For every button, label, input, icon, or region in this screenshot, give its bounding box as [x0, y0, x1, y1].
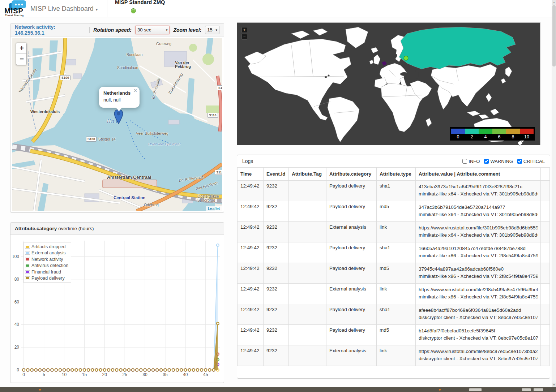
svg-text:20: 20: [102, 372, 107, 377]
svg-text:0: 0: [17, 367, 19, 372]
log-value: https://www.virustotal.com/file/301b905e…: [419, 224, 538, 232]
log-value-comment: b14d8faf7f0cbcfad051cefe5f39645fdiskcryp…: [416, 325, 541, 345]
map-label: Spadinalaan: [117, 66, 138, 70]
navbar: MISP Threat Sharing MISP Live Dashboard▾…: [0, 0, 556, 17]
header-divider: [89, 27, 90, 33]
map-label: Amsterdam Centraal: [107, 176, 151, 180]
log-category: Payload delivery: [326, 242, 377, 263]
world-map[interactable]: + − 0246810: [237, 22, 540, 145]
scale-labels: 0246810: [451, 134, 534, 140]
log-empty-cell: [541, 304, 550, 325]
log-value: https://www.virustotal.com/file/8ebc97e0…: [419, 348, 538, 355]
scrollbar-thumb[interactable]: [552, 5, 556, 66]
map-zoom-control: + −: [16, 43, 27, 65]
table-row: 12:49:429232External analysislinkhttps:/…: [238, 284, 550, 304]
log-type: md5: [377, 325, 416, 345]
map-label: Westerdoksluis: [30, 110, 60, 114]
log-value: 37945c44a897aa42a66adcab68f560e0: [419, 266, 538, 273]
misp-logo[interactable]: MISP Threat Sharing: [4, 0, 30, 17]
world-zoom-out-button[interactable]: −: [241, 34, 247, 40]
scrollbar[interactable]: ▲ ▼: [552, 0, 556, 387]
log-event-id: 9232: [264, 263, 289, 284]
log-time: 12:49:42: [238, 325, 264, 345]
live-dashboard-menu[interactable]: MISP Live Dashboard▾: [30, 0, 98, 17]
svg-text:5: 5: [43, 372, 45, 377]
map-label: Odebrug: [144, 203, 159, 207]
column-header: Time: [238, 168, 264, 181]
filter-critical-checkbox[interactable]: [517, 159, 522, 164]
log-comment: mimikatz-like x64 - Xchecked via VT: 301…: [419, 190, 538, 198]
svg-text:40: 40: [183, 372, 188, 377]
chart-panel-header: Attribute.category overtime (hours): [10, 223, 224, 235]
table-row: 12:49:429232External analysislinkhttps:/…: [238, 222, 550, 242]
log-event-id: 9232: [264, 222, 289, 242]
taskbar-item[interactable]: [469, 388, 482, 391]
chevron-down-icon: ▾: [96, 7, 98, 12]
taskbar-item[interactable]: [522, 388, 531, 391]
column-header: Event.id: [264, 168, 289, 181]
log-tag: [289, 284, 326, 304]
log-comment: mimikatz-like x64 - Xchecked via VT: 301…: [419, 232, 538, 239]
log-tag: [289, 345, 326, 366]
log-value-comment: 37945c44a897aa42a66adcab68f560e0mimikatz…: [416, 263, 541, 284]
map-zoom-out-button[interactable]: −: [16, 54, 27, 65]
popup-tail: [116, 107, 122, 115]
map-attribution: Leaflet: [206, 206, 222, 211]
scrollbar-up-icon[interactable]: ▲: [552, 0, 556, 5]
leaflet-link[interactable]: Leaflet: [208, 206, 220, 211]
map-label: Veer Buiksloterweg: [136, 132, 168, 135]
log-value-comment: 347ac3b6b791054de3e5720a7144a977mimikatz…: [416, 201, 541, 222]
network-activity-header: Network activity: 146.255.36.1 Rotation …: [10, 23, 224, 36]
log-empty-cell: [541, 201, 550, 222]
rotation-speed-select[interactable]: 30 sec ▾: [135, 26, 170, 34]
chart-legend-entry: External analysis: [25, 250, 68, 257]
log-value: https://www.virustotal.com/file/2f8c54f9…: [419, 286, 538, 293]
taskbar-item[interactable]: [534, 388, 543, 391]
log-tag: [289, 304, 326, 325]
log-time: 12:49:42: [238, 284, 264, 304]
scrollbar-down-icon[interactable]: ▼: [552, 383, 556, 387]
log-category: Payload delivery: [326, 325, 377, 345]
svg-text:10: 10: [62, 372, 67, 377]
log-tag: [289, 222, 326, 242]
svg-text:15: 15: [82, 372, 87, 377]
map-popup: × Netherlands null, null: [99, 87, 140, 108]
log-event-id: 9232: [264, 284, 289, 304]
filter-warning-checkbox[interactable]: [484, 159, 489, 164]
map-zoom-in-button[interactable]: +: [16, 43, 27, 54]
leaflet-map[interactable]: GraswegBundlaanSpadinalaanVan der Pekbru…: [12, 38, 222, 211]
map-label: Steiger 14: [98, 137, 116, 141]
filter-info-checkbox[interactable]: [462, 159, 467, 164]
popup-close-icon[interactable]: ×: [134, 87, 137, 94]
log-empty-cell: [541, 345, 550, 366]
log-event-id: 9232: [264, 242, 289, 263]
log-empty-cell: [541, 222, 550, 242]
zmq-status-dot: [131, 8, 136, 13]
activity-dot: [404, 56, 408, 60]
chart-legend-entry: Artifacts dropped: [25, 244, 68, 250]
log-type: md5: [377, 263, 416, 284]
log-category: External analysis: [326, 222, 377, 242]
svg-text:35: 35: [163, 372, 168, 377]
log-type: sha1: [377, 242, 416, 263]
column-header: Attribute.Tag: [289, 168, 326, 181]
zoom-level-value: 15: [207, 27, 212, 33]
svg-text:25: 25: [122, 372, 127, 377]
network-activity-link[interactable]: Network activity: 146.255.36.1: [15, 24, 86, 36]
log-comment: mimikatz-like x86 - Xchecked via VT: 2f8…: [419, 293, 538, 301]
world-zoom-control: + −: [241, 27, 247, 41]
log-value-comment: https://www.virustotal.com/file/2f8c54f9…: [416, 284, 541, 304]
table-row: 12:49:429232Payload deliverymd537945c44a…: [238, 263, 550, 284]
popup-body: null, null: [103, 97, 135, 103]
chart-title-rest: overtime (hours): [58, 226, 94, 231]
chart-legend-entry: Antivirus detection: [25, 263, 68, 269]
log-category: Payload delivery: [326, 181, 377, 201]
log-time: 12:49:42: [238, 201, 264, 222]
world-zoom-in-button[interactable]: +: [241, 27, 247, 33]
log-type: sha1: [377, 181, 416, 201]
map-label: S100: [60, 75, 70, 80]
logs-header: Logs INFOWARNINGCRITICAL: [237, 155, 550, 167]
zoom-level-select[interactable]: 15 ▾: [205, 26, 219, 34]
map-label: Centraal Station: [114, 196, 145, 200]
chart-legend-entry: Payload delivery: [25, 275, 68, 282]
